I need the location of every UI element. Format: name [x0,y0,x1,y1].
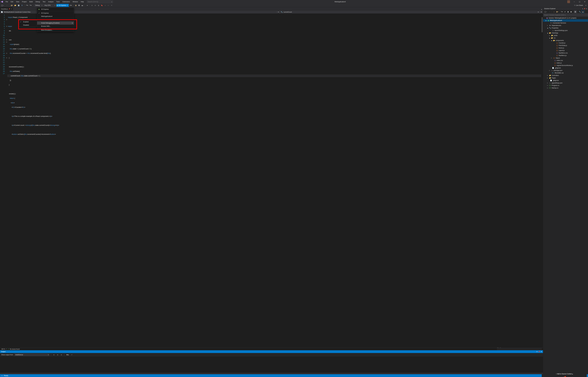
menu-file[interactable]: File [4,0,9,3]
startup-cs-node[interactable]: ▷C#Startup.cs [543,87,588,89]
dropdown-item-webapp[interactable]: WebApplication4 [37,15,74,18]
output-close-icon[interactable]: ✕ [541,351,542,353]
platform-select[interactable]: Any CPU [43,4,56,7]
maximize-button[interactable]: ▢ [577,1,582,3]
fetchdata-js-node[interactable]: ◫FetchData.js [543,44,588,47]
menu-tools[interactable]: Tools [55,0,61,3]
panel-dropdown-icon[interactable]: ▾ [582,8,583,9]
connected-services-node[interactable]: ⚯Connected Services [543,22,588,24]
dash-button[interactable]: ▬ [81,4,84,7]
menu-project[interactable]: Project [21,0,28,3]
panel-pin-icon[interactable]: 📌 [584,8,585,9]
se-back-button[interactable]: ◯← [544,10,548,13]
se-switch-view-button[interactable]: ▦▾ [556,10,559,13]
se-search-input[interactable] [543,13,588,16]
account-avatar[interactable] [567,0,570,3]
member-select[interactable]: currentCount [283,11,292,13]
output-source-select[interactable]: IntelliSense [14,353,49,356]
run-button[interactable]: ▶ IIS Express ▾ [56,4,69,7]
submenu-enabled[interactable]: ✓Enabled [19,20,37,24]
close-window-button[interactable]: ✕ [582,1,587,3]
fwd-button[interactable]: → [5,4,8,7]
split-button[interactable]: ✢ [540,11,542,13]
feedback-button[interactable]: ☺ [585,4,587,7]
dropdown-item-iis-check[interactable]: ✓IIS Express [37,12,74,15]
dependencies-node[interactable]: ▷❖Dependencies [543,24,588,27]
rsw-js-node[interactable]: ◫registerServiceWorker.js [543,64,588,67]
run-dropdown-caret[interactable]: ▾ [67,5,68,6]
dropdown-item-iis-play[interactable]: ▶IIS Express [37,8,74,11]
next-bookmark-button[interactable]: ⇢ [104,4,107,7]
notifications-button[interactable]: 🔔1 [563,377,565,377]
program-cs-node[interactable]: ▷C#Program.cs [543,84,588,87]
save-all-button[interactable]: ⎘ [21,4,23,7]
undo-button[interactable]: ↶▾ [25,4,28,7]
readme-node[interactable]: M↓README.md [543,72,588,74]
menu-build[interactable]: Build [28,0,34,3]
se-pending-button[interactable]: ↻▾ [560,10,563,13]
output-horizontal-scrollbar[interactable] [0,373,543,374]
output-clear-button[interactable]: ✖≣ [66,353,69,356]
quick-launch-search[interactable]: ⌕ [87,0,113,3]
browser-link-button[interactable]: ▦ [74,4,77,7]
menu-extensions[interactable]: Extensions [61,0,71,3]
navmenu-js-node[interactable]: ◫NavMenu.js [543,54,588,57]
publish-button[interactable]: ↑ Add to Source Control ▴ [556,373,573,375]
se-fwd-button[interactable]: → [548,10,551,13]
components-node[interactable]: ◢📂components [543,39,588,42]
menu-analyze[interactable]: Analyze [47,0,55,3]
code-editor[interactable]: 1234567891011121314151617181920212223242… [0,13,543,348]
dropdown-item-more-emulators[interactable]: More Emulators... [37,28,74,32]
index-js-node[interactable]: ◫index.js [543,62,588,64]
output-wrap-button[interactable]: ⤶ [70,353,73,356]
solution-node[interactable]: ▣Solution 'WebApplication4' (1 of 1 proj… [543,17,588,19]
issues-status[interactable]: ✔No issues found [8,348,20,350]
run-target-dropdown[interactable]: ▶IIS Express ✓IIS Express WebApplication… [37,8,74,32]
tab-overflow-button[interactable]: ▾ [541,9,542,10]
output-prev-button[interactable]: ≣ [56,353,59,356]
navmenu-css-node[interactable]: ◫NavMenu.css [543,52,588,54]
project-node[interactable]: ◢▣WebApplication4 [543,19,588,22]
refresh-button[interactable]: ⟳▾ [69,4,72,7]
member-caret[interactable]: ▾ [538,11,539,13]
se-properties-button[interactable]: ◧ [574,10,577,13]
menu-help[interactable]: Help [79,0,85,3]
menu-test[interactable]: Test [41,0,47,3]
solution-explorer-header[interactable]: Solution Explorer ▾ 📌 ✕ [543,7,588,10]
output-goto-button[interactable]: ≣ [52,353,55,356]
quick-launch-input[interactable] [88,1,111,3]
se-collapse-button[interactable]: ▣ [570,10,572,13]
pages-node[interactable]: ▷📁Pages [543,77,588,79]
save-button[interactable]: 💾 [17,4,20,7]
submenu-disabled[interactable]: Disabled [19,24,37,27]
se-showall-button[interactable]: ▦ [567,10,569,13]
output-content[interactable] [0,356,543,373]
public-node[interactable]: ▷📁public [543,34,588,37]
gitignore2-node[interactable]: 📄.gitignore [543,79,588,82]
minimize-button[interactable]: ─ [572,1,577,3]
scope-select[interactable]: WebApplication4 JavaScript Content Files [4,11,31,13]
package-json-node[interactable]: ▷⎌package.json [543,69,588,72]
dropdown-item-script-debugging[interactable]: Script Debugging (Enabled)▶ [37,21,74,25]
outdent-button[interactable]: ≣ [94,4,97,7]
bookmark-button[interactable]: 🔖 [100,4,103,7]
counter-js-node[interactable]: ◫Counter.js [543,42,588,44]
redo-button[interactable]: ↷▾ [29,4,32,7]
back-button[interactable]: ◯← [1,4,5,7]
new-project-button[interactable]: ▦▾ [10,4,13,7]
controllers-node[interactable]: ▷📁Controllers [543,74,588,77]
close-tab-icon[interactable]: ✕ [11,8,12,10]
editor-vertical-scrollbar[interactable] [541,13,543,348]
layout-js-node[interactable]: ◫Layout.js [543,49,588,52]
menu-view[interactable]: View [15,0,21,3]
index-css-node[interactable]: ◫index.css [543,59,588,62]
script-debugging-submenu[interactable]: ✓Enabled Disabled [19,20,37,27]
zoom-level[interactable]: 100 % [1,348,5,350]
se-preview-button[interactable]: 🔧 [578,10,581,13]
panel-close-icon[interactable]: ✕ [586,8,587,9]
output-next-button[interactable]: ≣ [60,353,63,356]
clear-bookmark-button[interactable]: ✕ [110,4,113,7]
gitignore-node[interactable]: 📄.gitignore [543,67,588,69]
se-preview2-button[interactable]: ▬ [581,10,584,13]
output-pin-icon[interactable]: 📌 [538,351,540,353]
